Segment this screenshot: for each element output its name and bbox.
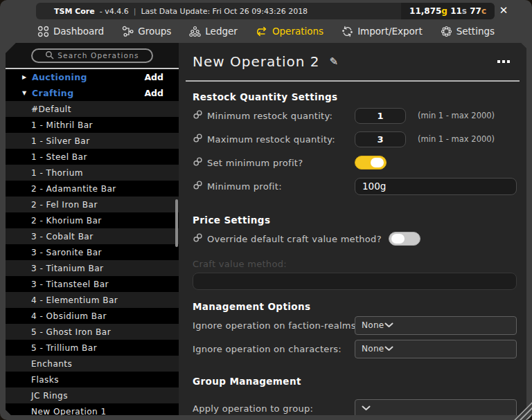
operation-list-item[interactable]: 3 - Titansteel Bar (6, 276, 179, 292)
settings-icon (441, 26, 452, 37)
search-icon (45, 51, 54, 61)
app-version: - v4.4.6 (100, 7, 129, 16)
tab-label: Ledger (205, 26, 238, 37)
titlebar-left: TSM Core - v4.4.6 | Last Data Update: Fr… (36, 7, 308, 16)
app-name: TSM Core (54, 7, 95, 16)
gold-amount: 11,875 (409, 6, 441, 16)
copper-unit: c (481, 6, 486, 16)
operation-list-item[interactable]: 4 - Elementium Bar (6, 292, 179, 308)
min-restock-input[interactable] (355, 108, 406, 124)
override-craft-value-toggle[interactable] (389, 232, 420, 246)
max-restock-input[interactable] (355, 131, 406, 147)
close-button[interactable]: ✕ (496, 3, 511, 18)
more-icon (497, 60, 500, 63)
last-data-update: Last Data Update: Fri Oct 26 09:43:26 20… (141, 7, 308, 16)
import-export-icon (342, 26, 353, 37)
tab-dashboard[interactable]: Dashboard (37, 26, 104, 37)
content-panel: Search Operations ▶ Auctioning Add ▼ Cra… (6, 43, 526, 415)
operation-list-item[interactable]: 2 - Adamantite Bar (6, 181, 179, 197)
apply-group-label: Apply operation to group: (193, 403, 313, 414)
copper-amount: 77 (470, 6, 481, 16)
more-options-button[interactable] (497, 60, 510, 63)
ignore-characters-label: Ignore operation on characters: (193, 344, 342, 354)
max-restock-range-note: (min 1 - max 2000) (418, 134, 495, 144)
operation-list-item[interactable]: #Default (6, 101, 179, 117)
link-icon[interactable] (193, 180, 203, 193)
titlebar-divider: | (134, 7, 136, 16)
operation-list-item[interactable]: 4 - Obsidium Bar (6, 308, 179, 324)
chevron-down-icon (384, 322, 393, 328)
operation-list-item[interactable]: 1 - Thorium (6, 165, 179, 181)
section-heading-price: Price Settings (193, 214, 526, 227)
operation-list-item[interactable]: 3 - Saronite Bar (6, 244, 179, 260)
category-label: Crafting (32, 88, 74, 98)
tab-label: Settings (456, 26, 495, 37)
ignore-faction-realms-label: Ignore operation on faction-realms: (193, 320, 360, 331)
section-heading-management: Management Options (193, 301, 526, 313)
ignore-characters-dropdown[interactable]: None (355, 340, 517, 358)
silver-unit: s (462, 6, 467, 16)
toggle-knob (391, 234, 405, 244)
set-min-profit-label: Set minimum profit? (207, 158, 303, 168)
tab-operations[interactable]: Operations (256, 26, 323, 37)
ignore-faction-realms-row: Ignore operation on faction-realms: None (179, 313, 526, 337)
sidebar-category-auctioning[interactable]: ▶ Auctioning Add (6, 69, 179, 85)
operation-list-item[interactable]: JC Rings (6, 387, 179, 403)
operation-list-item[interactable]: 3 - Titanium Bar (6, 260, 179, 276)
operation-list-item[interactable]: 1 - Mithril Bar (6, 117, 179, 133)
operation-list-item[interactable]: 5 - Trillium Bar (6, 340, 179, 356)
set-min-profit-toggle[interactable] (355, 156, 387, 170)
operations-sidebar: Search Operations ▶ Auctioning Add ▼ Cra… (6, 43, 179, 415)
chevron-down-icon[interactable]: ▼ (22, 90, 32, 96)
link-icon[interactable] (193, 232, 203, 246)
operation-list-item[interactable]: New Operation 1 (6, 403, 179, 415)
operation-list-item[interactable]: 5 - Ghost Iron Bar (6, 324, 179, 340)
titlebar: TSM Core - v4.4.6 | Last Data Update: Fr… (0, 0, 532, 19)
override-craft-value-label: Override default craft value method? (207, 234, 382, 244)
close-icon: ✕ (499, 4, 508, 17)
ignore-faction-realms-dropdown[interactable]: None (355, 316, 517, 335)
dropdown-value: None (362, 320, 384, 330)
override-craft-value-row: Override default craft value method? (179, 227, 526, 250)
craft-value-method-label: Craft value method: (193, 259, 287, 269)
add-auctioning-operation-button[interactable]: Add (144, 72, 163, 82)
min-restock-label: Minimum restock quantity: (207, 111, 332, 121)
operation-list-item[interactable]: 2 - Fel Iron Bar (6, 197, 179, 212)
link-icon[interactable] (193, 133, 203, 146)
craft-value-method-input (193, 273, 517, 290)
tab-label: Groups (138, 26, 171, 37)
add-crafting-operation-button[interactable]: Add (144, 88, 163, 98)
operation-list-item[interactable]: Flasks (6, 372, 179, 387)
section-heading-group: Group Management (193, 376, 526, 388)
chevron-right-icon[interactable]: ▶ (22, 74, 32, 80)
search-input[interactable]: Search Operations (31, 48, 153, 63)
page-title: New Operation 2 (193, 53, 320, 70)
apply-group-dropdown[interactable] (355, 399, 517, 416)
craft-value-method-label-row: Craft value method: (179, 256, 526, 271)
link-icon[interactable] (193, 156, 203, 170)
sidebar-category-crafting[interactable]: ▼ Crafting Add (6, 85, 179, 101)
min-restock-range-note: (min 1 - max 2000) (418, 111, 495, 120)
dropdown-value: None (362, 344, 384, 354)
dashboard-icon (37, 26, 49, 37)
set-min-profit-row: Set minimum profit? (179, 151, 526, 174)
operation-list-item[interactable]: 2 - Khorium Bar (6, 212, 179, 228)
rename-operation-button[interactable]: ✎ (330, 55, 339, 68)
link-icon[interactable] (193, 109, 203, 122)
min-profit-input[interactable] (355, 178, 517, 195)
operation-detail-panel: New Operation 2 ✎ Restock Quantity Setti… (179, 43, 526, 415)
tab-import-export[interactable]: Import/Export (342, 26, 423, 37)
operation-list-item[interactable]: Enchants (6, 356, 179, 372)
operation-list-item[interactable]: 3 - Cobalt Bar (6, 228, 179, 244)
operation-list-item[interactable]: 1 - Steel Bar (6, 149, 179, 165)
tab-settings[interactable]: Settings (441, 26, 495, 37)
titlebar-panel: TSM Core - v4.4.6 | Last Data Update: Fr… (36, 3, 495, 19)
chevron-down-icon (362, 405, 371, 411)
tab-ledger[interactable]: Ledger (189, 26, 238, 37)
chevron-down-icon (384, 346, 393, 351)
toggle-knob (371, 158, 384, 167)
ledger-icon (189, 26, 201, 37)
tab-groups[interactable]: Groups (122, 26, 171, 37)
operation-list-item[interactable]: 1 - Silver Bar (6, 133, 179, 149)
sidebar-scrollbar[interactable] (175, 199, 178, 247)
